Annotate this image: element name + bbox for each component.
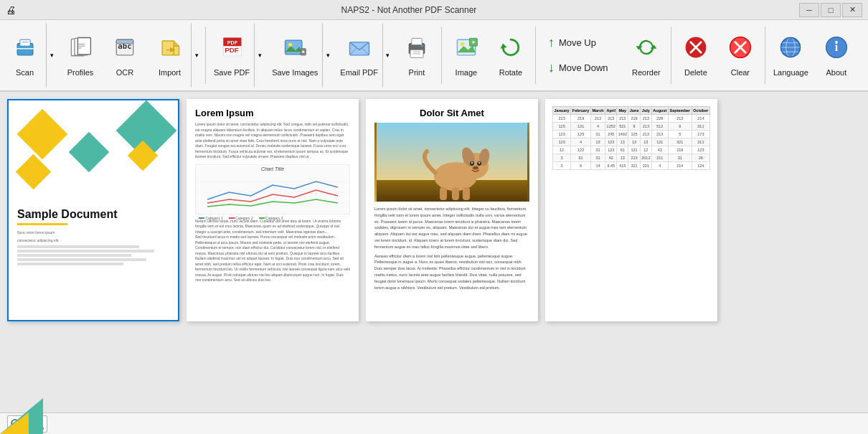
col-header-march: March — [591, 107, 605, 115]
svg-text:PDF: PDF — [225, 46, 239, 54]
page1-doc-title: Sample Document — [17, 208, 169, 221]
close-button[interactable]: ✕ — [842, 3, 862, 17]
table-cell: 1252 — [605, 123, 617, 131]
minimize-button[interactable]: ─ — [799, 3, 819, 17]
page3-body-text-2: Aenean efficitur diam a lorem nisl felit… — [374, 253, 529, 291]
table-cell: 213 — [553, 115, 571, 123]
table-cell: 123 — [553, 131, 571, 138]
scan-icon — [12, 34, 38, 66]
table-cell: 26 — [692, 154, 709, 162]
table-cell: 4 — [651, 162, 668, 170]
ocr-button[interactable]: abc OCR — [103, 23, 146, 88]
maximize-button[interactable]: □ — [821, 3, 841, 17]
image-label: Image — [456, 68, 478, 77]
svg-rect-12 — [116, 39, 133, 43]
page2-body-text-3: Sed tincidunt lacus in mattis sed laoree… — [195, 235, 350, 283]
move-down-label: Move Down — [559, 62, 608, 73]
table-cell: 131 — [571, 123, 591, 131]
move-down-button[interactable]: ↓ Move Down — [542, 57, 621, 79]
table-row: 36131421321320122113126 — [553, 154, 710, 162]
print-button[interactable]: Print — [395, 23, 438, 88]
table-cell: 214 — [668, 162, 692, 170]
svg-point-41 — [461, 42, 464, 45]
table-cell: 213 — [617, 115, 628, 123]
table-cell: 12 — [553, 146, 571, 154]
page-thumb-3[interactable]: Dolor Sit Amet — [366, 99, 538, 321]
page-thumb-1[interactable]: Sample Document Nunc enim lorem ipsum co… — [7, 99, 179, 321]
table-cell: 413 — [617, 162, 628, 170]
clear-label: Clear — [731, 68, 750, 77]
import-dropdown-button[interactable]: ▾ — [191, 23, 202, 88]
about-icon: i — [824, 34, 849, 66]
delete-button[interactable]: Delete — [674, 23, 717, 88]
svg-point-77 — [478, 162, 480, 164]
save-pdf-label: Save PDF — [214, 68, 250, 77]
table-cell: 221 — [640, 162, 651, 170]
import-button[interactable]: Import — [148, 23, 191, 88]
table-cell: 123 — [605, 146, 617, 154]
table-row: 1251314125252192135129311 — [553, 123, 710, 131]
page3-dog-image — [374, 123, 529, 202]
page-thumb-4[interactable]: January February March April May June Ju… — [545, 99, 717, 321]
table-cell: 213 — [651, 131, 668, 138]
email-pdf-label: Email PDF — [340, 68, 378, 77]
save-pdf-button[interactable]: PDF PDF Save PDF — [209, 23, 254, 88]
table-cell: 13 — [628, 138, 641, 146]
table-cell: 31 — [591, 146, 605, 154]
profiles-icon — [67, 34, 93, 66]
ocr-label: OCR — [116, 68, 133, 77]
profiles-button[interactable]: Profiles — [59, 23, 102, 88]
email-pdf-icon — [346, 34, 372, 66]
ocr-icon: abc — [112, 34, 138, 66]
reorder-button[interactable]: Reorder — [625, 23, 668, 88]
table-cell: 521 — [617, 123, 628, 131]
table-cell: 123 — [553, 138, 571, 146]
save-images-dropdown-button[interactable]: ▾ — [322, 23, 334, 88]
svg-text:PDF: PDF — [227, 39, 238, 45]
move-up-button[interactable]: ↑ Move Up — [542, 32, 621, 54]
save-pdf-dropdown-button[interactable]: ▾ — [254, 23, 265, 88]
page3-body-text: Lorem ipsum dolor sit amet, consectetur … — [374, 206, 529, 250]
svg-rect-3 — [22, 41, 28, 42]
language-icon — [778, 34, 803, 66]
clear-button[interactable]: Clear — [719, 23, 762, 88]
table-cell: 9 — [668, 123, 692, 131]
image-button[interactable]: Image — [445, 23, 488, 88]
about-button[interactable]: i About — [815, 23, 858, 88]
shape-2 — [69, 132, 110, 173]
separator-4 — [671, 27, 671, 84]
table-cell: 219 — [628, 115, 641, 123]
image-icon — [453, 34, 479, 66]
table-cell: 121 — [628, 146, 641, 154]
rotate-icon — [498, 34, 524, 66]
save-pdf-icon: PDF PDF — [219, 34, 245, 66]
shape-1 — [17, 109, 68, 160]
save-pdf-split-button: PDF PDF Save PDF ▾ — [209, 23, 265, 88]
email-pdf-dropdown-button[interactable]: ▾ — [382, 23, 394, 88]
rotate-button[interactable]: Rotate — [489, 23, 532, 88]
save-images-button[interactable]: Save Images — [267, 23, 322, 88]
separator-3 — [535, 27, 536, 84]
move-up-icon: ↑ — [548, 35, 555, 50]
table-cell: 219 — [668, 146, 692, 154]
table-cell: 125 — [571, 131, 591, 138]
table-cell: 9 — [628, 123, 641, 131]
table-cell: 125 — [553, 123, 571, 131]
table-cell: 3 — [553, 162, 571, 170]
page2-title: Lorem Ipsum — [195, 108, 350, 118]
svg-point-26 — [288, 42, 292, 46]
page2-chart: Chart Title Category 1 Category 2 — [195, 164, 350, 214]
toolbar: Scan ▾ Profiles abc OCR — [0, 20, 868, 92]
page-thumb-2[interactable]: Lorem Ipsum Lorem ipsum dolor sit amet, … — [187, 99, 359, 321]
svg-point-64 — [835, 41, 838, 44]
table-cell: 123 — [605, 138, 617, 146]
col-header-july: July — [640, 107, 651, 115]
language-button[interactable]: Language — [768, 23, 813, 88]
table-cell: 61 — [571, 154, 591, 162]
scan-button[interactable]: Scan — [3, 23, 46, 88]
scan-dropdown-button[interactable]: ▾ — [46, 23, 57, 88]
app-icon: 🖨 — [6, 4, 16, 16]
table-cell: 173 — [692, 131, 709, 138]
table-cell: 42 — [605, 154, 617, 162]
email-pdf-button[interactable]: Email PDF — [335, 23, 382, 88]
